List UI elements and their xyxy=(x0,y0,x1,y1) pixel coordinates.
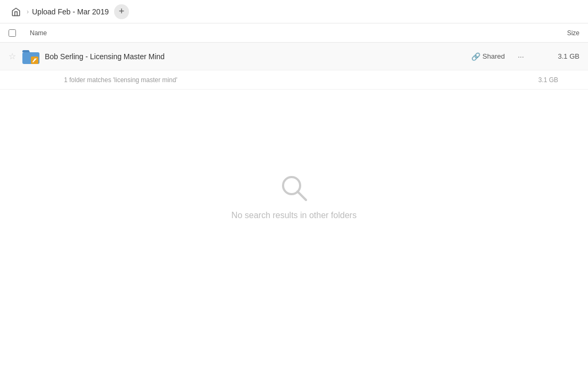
folder-name: Bob Serling - Licensing Master Mind xyxy=(45,52,471,61)
table-row[interactable]: ☆ Bob Serling - Licensing Master Mind 🔗 … xyxy=(0,43,588,70)
column-headers: Name Size xyxy=(0,23,588,43)
no-results-icon xyxy=(278,172,310,204)
breadcrumb-bar: › Upload Feb - Mar 2019 + xyxy=(0,0,588,23)
breadcrumb-separator: › xyxy=(27,8,29,15)
empty-state: No search results in other folders xyxy=(0,90,588,303)
add-button[interactable]: + xyxy=(114,4,129,19)
name-column-header: Name xyxy=(28,29,526,37)
size-column-header: Size xyxy=(526,29,579,37)
select-all-checkbox[interactable] xyxy=(9,29,16,37)
home-button[interactable] xyxy=(9,4,23,19)
folder-icon xyxy=(21,47,41,66)
match-info-row: 1 folder matches 'licensing master mind'… xyxy=(0,70,588,90)
folder-size: 3.1 GB xyxy=(537,52,579,60)
breadcrumb-title: Upload Feb - Mar 2019 xyxy=(32,7,109,16)
star-icon[interactable]: ☆ xyxy=(9,51,21,61)
match-info-text: 1 folder matches 'licensing master mind' xyxy=(64,76,538,84)
svg-line-5 xyxy=(297,191,306,200)
shared-label: 🔗 Shared xyxy=(471,52,505,61)
checkbox-header[interactable] xyxy=(9,29,28,37)
shared-text: Shared xyxy=(482,52,505,60)
empty-state-text: No search results in other folders xyxy=(231,211,357,220)
match-info-size: 3.1 GB xyxy=(538,76,558,84)
more-options-button[interactable]: ··· xyxy=(513,49,528,64)
link-icon: 🔗 xyxy=(471,52,480,61)
